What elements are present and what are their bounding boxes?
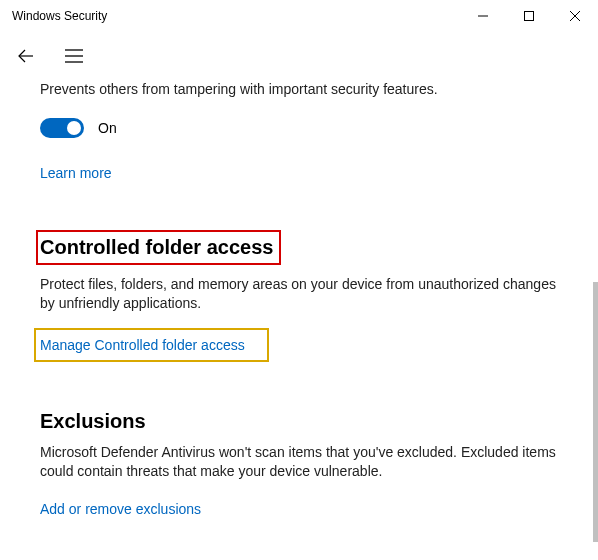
cfa-link-highlight: Manage Controlled folder access <box>34 328 269 362</box>
tamper-toggle-label: On <box>98 120 117 136</box>
tamper-description: Prevents others from tampering with impo… <box>40 80 558 100</box>
cfa-description: Protect files, folders, and memory areas… <box>40 275 558 314</box>
exclusions-link[interactable]: Add or remove exclusions <box>40 501 201 517</box>
scrollbar-thumb[interactable] <box>593 282 598 542</box>
toggle-knob <box>67 121 81 135</box>
cfa-title-highlight: Controlled folder access <box>36 230 281 265</box>
tamper-learn-more-link[interactable]: Learn more <box>40 165 112 181</box>
manage-cfa-link[interactable]: Manage Controlled folder access <box>40 337 245 353</box>
exclusions-title: Exclusions <box>40 410 558 433</box>
hamburger-menu-button[interactable] <box>62 44 86 68</box>
minimize-button[interactable] <box>460 0 506 32</box>
nav-bar <box>0 32 598 80</box>
window-controls <box>460 0 598 32</box>
back-button[interactable] <box>14 44 38 68</box>
window-title: Windows Security <box>12 9 107 23</box>
maximize-button[interactable] <box>506 0 552 32</box>
tamper-toggle[interactable] <box>40 118 84 138</box>
svg-rect-1 <box>525 12 534 21</box>
cfa-section: Controlled folder access Protect files, … <box>40 230 558 362</box>
content-area: Prevents others from tampering with impo… <box>0 80 598 518</box>
cfa-title: Controlled folder access <box>40 236 273 259</box>
exclusions-section: Exclusions Microsoft Defender Antivirus … <box>40 410 558 518</box>
scrollbar[interactable] <box>593 282 598 542</box>
tamper-toggle-row: On <box>40 118 558 138</box>
exclusions-description: Microsoft Defender Antivirus won't scan … <box>40 443 558 482</box>
close-button[interactable] <box>552 0 598 32</box>
